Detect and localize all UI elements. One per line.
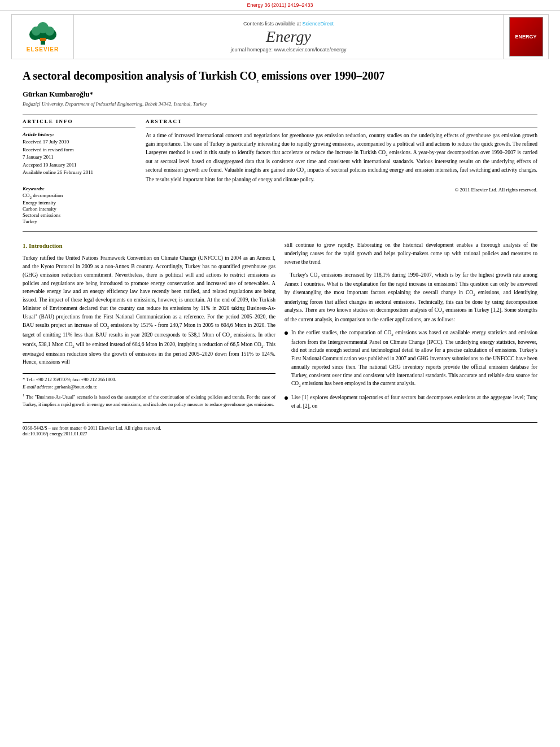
footer-doi: doi:10.1016/j.energy.2011.01.027	[23, 431, 537, 436]
accepted-date: Accepted 19 January 2011	[23, 161, 135, 169]
svg-rect-7	[40, 38, 46, 41]
copyright-text: © 2011 Elsevier Ltd. All rights reserved…	[146, 187, 537, 193]
received-date: Received 17 July 2010	[23, 138, 135, 146]
footnote-divider	[23, 373, 275, 374]
article-info-divider	[23, 128, 135, 128]
section-name: Introduction	[29, 242, 63, 249]
received-revised: Received in revised form7 January 2011	[23, 146, 135, 161]
journal-header: ELSEVIER Contents lists available at Sci…	[11, 14, 549, 59]
author-name: Gürkan Kumbaroğlu*	[23, 90, 537, 99]
keyword-item: Turkey	[23, 219, 135, 224]
keyword-item: Sectoral emissions	[23, 212, 135, 218]
publisher-logo-area: ELSEVIER	[12, 15, 74, 59]
available-date: Available online 26 February 2011	[23, 169, 135, 177]
body-divider	[23, 231, 537, 232]
body-two-col: 1. Introduction Turkey ratified the Unit…	[23, 241, 537, 414]
abstract-column: ABSTRACT At a time of increased internat…	[146, 119, 537, 225]
footnote-bau: 1 The "Business-As-Usual" scenario is ba…	[23, 392, 275, 408]
footnote-1: * Tel.: +90 212 3597079; fax: +90 212 26…	[23, 376, 275, 383]
bullet-dot-icon-2	[285, 396, 288, 400]
journal-cover-image: ENERGY	[509, 17, 543, 56]
keyword-item: Carbon intensity	[23, 206, 135, 212]
right-para-2: Turkey's CO2 emissions increased by 118,…	[285, 271, 537, 324]
abstract-header: ABSTRACT	[146, 119, 537, 124]
keyword-item: Energy intensity	[23, 200, 135, 206]
contents-text: Contents lists available at	[243, 21, 301, 27]
journal-ref-text: Energy 36 (2011) 2419–2433	[247, 2, 313, 8]
intro-section-title: 1. Introduction	[23, 241, 275, 251]
divider-top	[23, 115, 537, 115]
body-right-column: still continue to grow rapidly. Elaborat…	[285, 241, 537, 414]
bullet-text-2: Lise [1] explores development trajectori…	[291, 394, 537, 410]
article-footer: 0360-5442/$ – see front matter © 2011 El…	[23, 422, 537, 436]
right-para-1: still continue to grow rapidly. Elaborat…	[285, 241, 537, 266]
sciencedirect-line: Contents lists available at ScienceDirec…	[243, 21, 334, 27]
journal-title-area: Contents lists available at ScienceDirec…	[74, 15, 503, 59]
body-left-column: 1. Introduction Turkey ratified the Unit…	[23, 241, 275, 414]
intro-paragraph-1: Turkey ratified the United Nations Frame…	[23, 254, 275, 366]
keyword-item: CO2 decomposition	[23, 193, 135, 200]
bullet-item-1: In the earlier studies, the computation …	[285, 329, 537, 389]
cover-title: ENERGY	[515, 34, 536, 40]
journal-title: Energy	[266, 29, 311, 45]
journal-cover-area: ENERGY	[503, 15, 548, 59]
journal-reference-bar: Energy 36 (2011) 2419–2433	[0, 0, 560, 11]
keywords-list: CO2 decomposition Energy intensity Carbo…	[23, 193, 135, 225]
elsevier-logo: ELSEVIER	[20, 21, 65, 53]
elsevier-tree-icon	[20, 21, 65, 46]
section-number: 1.	[23, 242, 29, 249]
svg-point-6	[45, 27, 54, 36]
article-meta-row: ARTICLE INFO Article history: Received 1…	[23, 119, 537, 225]
journal-homepage: journal homepage: www.elsevier.com/locat…	[230, 47, 346, 53]
author-affiliation: Boğaziçi University, Department of Indus…	[23, 101, 537, 107]
article-info-header: ARTICLE INFO	[23, 119, 135, 124]
bullet-dot-icon	[285, 331, 288, 335]
history-label: Article history:	[23, 132, 135, 137]
bullet-text-1: In the earlier studies, the computation …	[291, 329, 537, 389]
elsevier-wordmark: ELSEVIER	[27, 46, 59, 53]
footer-issn: 0360-5442/$ – see front matter © 2011 El…	[23, 425, 537, 431]
article-body: A sectoral decomposition analysis of Tur…	[0, 63, 560, 448]
footnote-email: E-mail address: gurkank@boun.edu.tr.	[23, 383, 275, 391]
author-text: Gürkan Kumbaroğlu*	[23, 90, 93, 98]
sciencedirect-link[interactable]: ScienceDirect	[303, 21, 334, 27]
svg-point-5	[32, 27, 41, 36]
article-info-column: ARTICLE INFO Article history: Received 1…	[23, 119, 135, 225]
article-title: A sectoral decomposition analysis of Tur…	[23, 68, 537, 84]
keywords-label: Keywords:	[23, 186, 135, 191]
abstract-divider	[146, 128, 537, 128]
bullet-item-2: Lise [1] explores development trajectori…	[285, 394, 537, 410]
abstract-text: At a time of increased international con…	[146, 132, 537, 184]
